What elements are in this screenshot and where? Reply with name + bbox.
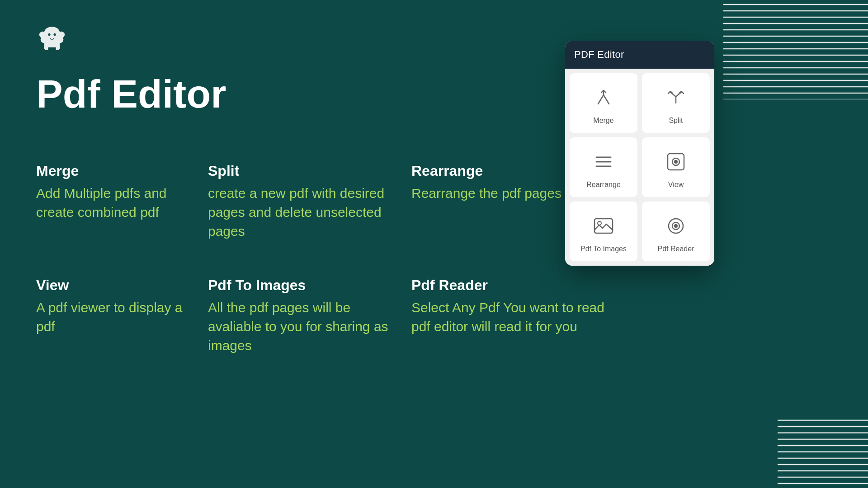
main-title: Pdf Editor bbox=[36, 72, 226, 116]
feature-view: View A pdf viewer to display a pdf bbox=[36, 277, 208, 355]
feature-view-title: View bbox=[36, 277, 199, 294]
merge-icon bbox=[590, 84, 617, 111]
split-icon bbox=[662, 84, 689, 111]
svg-point-27 bbox=[48, 33, 50, 36]
feature-pdf-to-images: Pdf To Images All the pdf pages will be … bbox=[208, 277, 411, 355]
feature-view-desc: A pdf viewer to display a pdf bbox=[36, 298, 199, 336]
tile-pdf-reader[interactable]: Pdf Reader bbox=[642, 202, 710, 261]
feature-pdf-reader: Pdf Reader Select Any Pdf You want to re… bbox=[411, 277, 615, 355]
svg-rect-41 bbox=[594, 219, 613, 233]
tile-view[interactable]: View bbox=[642, 137, 710, 197]
pdf-to-images-icon bbox=[590, 212, 617, 239]
feature-merge-title: Merge bbox=[36, 163, 199, 179]
svg-point-42 bbox=[598, 221, 601, 225]
tile-view-label: View bbox=[668, 181, 684, 189]
feature-merge: Merge Add Multiple pdfs and create combi… bbox=[36, 163, 208, 241]
feature-pdf-reader-title: Pdf Reader bbox=[411, 277, 606, 294]
svg-line-30 bbox=[604, 95, 609, 104]
feature-pdf-to-images-title: Pdf To Images bbox=[208, 277, 402, 294]
features-grid: Merge Add Multiple pdfs and create combi… bbox=[36, 163, 615, 355]
rearrange-icon bbox=[590, 148, 617, 175]
app-logo bbox=[36, 25, 72, 56]
tile-split-label: Split bbox=[669, 117, 683, 125]
svg-point-28 bbox=[53, 33, 56, 36]
tile-rearrange[interactable]: Rearrange bbox=[570, 137, 637, 197]
svg-point-40 bbox=[675, 160, 677, 163]
tile-pdf-to-images-label: Pdf To Images bbox=[580, 245, 627, 253]
deco-lines-top bbox=[723, 0, 868, 99]
tile-merge[interactable]: Merge bbox=[570, 73, 637, 133]
feature-split-desc: create a new pdf with desired pages and … bbox=[208, 184, 402, 241]
view-icon bbox=[662, 148, 689, 175]
pdf-reader-icon bbox=[662, 212, 689, 239]
tile-pdf-to-images[interactable]: Pdf To Images bbox=[570, 202, 637, 261]
feature-pdf-reader-desc: Select Any Pdf You want to read pdf edit… bbox=[411, 298, 606, 336]
feature-merge-desc: Add Multiple pdfs and create combined pd… bbox=[36, 184, 199, 222]
tile-merge-label: Merge bbox=[593, 117, 613, 125]
feature-split: Split create a new pdf with desired page… bbox=[208, 163, 411, 241]
svg-line-29 bbox=[598, 95, 604, 104]
feature-split-title: Split bbox=[208, 163, 402, 179]
tile-pdf-reader-label: Pdf Reader bbox=[658, 245, 694, 253]
phone-mockup: PDF Editor Merge bbox=[565, 41, 714, 266]
tile-rearrange-label: Rearrange bbox=[586, 181, 621, 189]
phone-header: PDF Editor bbox=[565, 41, 714, 69]
tile-split[interactable]: Split bbox=[642, 73, 710, 133]
feature-pdf-to-images-desc: All the pdf pages will be avaliable to y… bbox=[208, 298, 402, 355]
phone-body: Merge Split bbox=[565, 69, 714, 266]
svg-point-45 bbox=[675, 225, 677, 227]
deco-lines-bottom bbox=[778, 416, 868, 488]
